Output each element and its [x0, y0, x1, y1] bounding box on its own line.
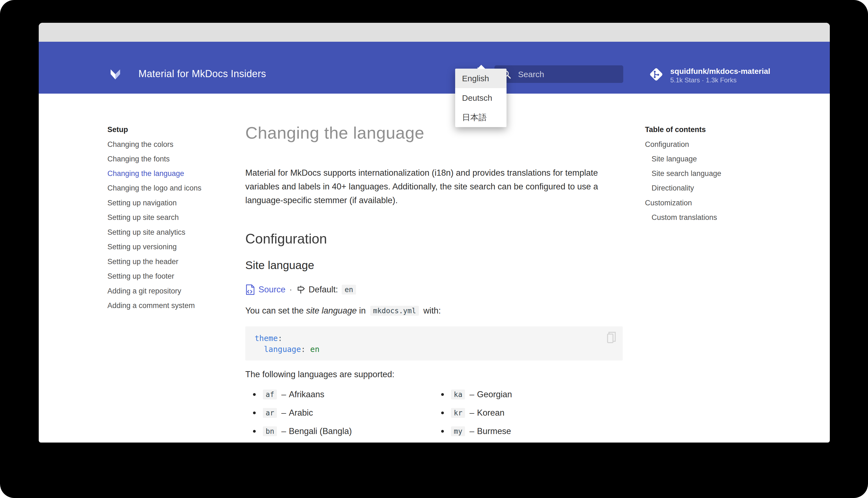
setpara-post: with: [421, 306, 441, 316]
list-item: ar – Arabic [245, 404, 352, 422]
source-default-line: Source · Default: en [245, 283, 356, 296]
tab-getting-started[interactable]: Getting started [144, 95, 194, 104]
bullet [441, 430, 444, 433]
source-link[interactable]: Source [258, 285, 285, 294]
toc-item-customization[interactable]: Customization [645, 199, 692, 207]
window-titlebar[interactable] [39, 23, 830, 42]
repo-name: squidfunk/mkdocs-material [670, 67, 770, 76]
tab-home[interactable]: Home [107, 95, 128, 104]
bullet [441, 393, 444, 396]
page-title: Changing the language [245, 123, 424, 143]
material-mkdocs-logo[interactable] [109, 67, 122, 80]
file-code-icon [245, 284, 255, 295]
lang-code-chip: bn [263, 427, 277, 436]
toc-item-custom-translations[interactable]: Custom translations [651, 213, 717, 222]
sidebar-item-site-analytics[interactable]: Setting up site analytics [107, 228, 185, 237]
app-header: Material for MkDocs Insiders Home Gettin… [39, 42, 830, 94]
milestone-flag-icon [296, 285, 306, 294]
sidebar-item-site-search[interactable]: Setting up site search [107, 213, 179, 222]
sidebar-item-comment-system[interactable]: Adding a comment system [107, 301, 195, 310]
setpara-pre: You can set the [245, 306, 306, 316]
sidebar-section-title: Setup [107, 126, 128, 134]
list-item: bn – Bengali (Bangla) [245, 422, 352, 440]
list-item: af – Afrikaans [245, 385, 352, 404]
lang-name: Arabic [289, 408, 313, 418]
toc-item-site-search-language[interactable]: Site search language [651, 169, 721, 178]
sidebar-item-logo-icons[interactable]: Changing the logo and icons [107, 184, 201, 193]
toc-title: Table of contents [645, 126, 706, 134]
search-input[interactable] [518, 65, 618, 83]
sidebar-item-changing-colors[interactable]: Changing the colors [107, 140, 173, 149]
tab-changelog[interactable]: Changelog [298, 95, 335, 104]
list-item: ka – Georgian [433, 385, 512, 404]
lang-name: Burmese [477, 427, 511, 436]
repo-link[interactable]: squidfunk/mkdocs-material 5.1k Stars · 1… [649, 67, 770, 84]
toc-item-configuration[interactable]: Configuration [645, 140, 689, 149]
sidebar-item-changing-language[interactable]: Changing the language [107, 169, 184, 178]
lang-name: Afrikaans [289, 390, 324, 399]
sidebar-item-versioning[interactable]: Setting up versioning [107, 243, 177, 251]
nav-tabs: Home Getting started Setup Reference Cha… [107, 95, 335, 104]
heading-configuration: Configuration [245, 231, 327, 247]
setpara-italic: site language [306, 306, 357, 316]
code-block: theme: language: en [245, 326, 623, 361]
language-option-english[interactable]: English [455, 69, 506, 88]
code-value-en: en [310, 345, 320, 354]
setpara-mid: in [357, 306, 368, 316]
lang-code-chip: kr [451, 408, 465, 418]
bullet [253, 393, 256, 396]
intro-paragraph: Material for MkDocs supports internation… [245, 166, 629, 207]
mkdocs-yml-chip: mkdocs.yml [370, 306, 419, 316]
separator-dot: · [289, 285, 292, 294]
lang-name: Georgian [477, 390, 512, 399]
code-keyword-language: language [264, 345, 301, 354]
sidebar-item-header[interactable]: Setting up the header [107, 258, 178, 266]
language-list-right: ka – Georgian kr – Korean my – Burmese [433, 385, 512, 440]
list-item: my – Burmese [433, 422, 512, 440]
toc-item-site-language[interactable]: Site language [651, 155, 697, 163]
heading-site-language: Site language [245, 259, 314, 272]
toc-item-directionality[interactable]: Directionality [651, 184, 694, 193]
screenshot-backdrop: Material for MkDocs Insiders Home Gettin… [0, 0, 868, 498]
lang-code-chip: ka [451, 390, 465, 399]
language-option-deutsch[interactable]: Deutsch [455, 88, 506, 108]
sidebar-item-git-repository[interactable]: Adding a git repository [107, 287, 181, 296]
browser-window: Material for MkDocs Insiders Home Gettin… [39, 23, 830, 443]
bullet [253, 411, 256, 414]
lang-name: Korean [477, 408, 505, 418]
bullet [253, 430, 256, 433]
language-menu-arrow [477, 65, 485, 69]
language-list-left: af – Afrikaans ar – Arabic bn – Bengali … [245, 385, 352, 440]
git-icon [649, 67, 664, 82]
lang-code-chip: af [263, 390, 277, 399]
supported-languages-intro: The following languages are supported: [245, 369, 394, 379]
language-menu: English Deutsch 日本語 [455, 69, 506, 127]
lang-code-chip: ar [263, 408, 277, 418]
sidebar-item-footer[interactable]: Setting up the footer [107, 272, 174, 280]
lang-code-chip: my [451, 427, 465, 436]
language-option-japanese[interactable]: 日本語 [455, 108, 506, 127]
repo-stats: 5.1k Stars · 1.3k Forks [670, 76, 770, 84]
default-label: Default: [309, 285, 338, 294]
default-value-chip: en [342, 285, 356, 294]
site-title[interactable]: Material for MkDocs Insiders [139, 68, 266, 80]
sidebar-item-navigation[interactable]: Setting up navigation [107, 199, 177, 207]
copy-icon[interactable] [606, 331, 617, 344]
set-language-paragraph: You can set the site language in mkdocs.… [245, 306, 441, 316]
sidebar-item-changing-fonts[interactable]: Changing the fonts [107, 155, 170, 163]
tab-reference[interactable]: Reference [247, 95, 282, 104]
code-keyword-theme: theme [255, 334, 278, 343]
bullet [441, 411, 444, 414]
tab-setup[interactable]: Setup [210, 95, 231, 104]
list-item: kr – Korean [433, 404, 512, 422]
search-bar [494, 65, 623, 83]
lang-name: Bengali (Bangla) [289, 427, 352, 436]
